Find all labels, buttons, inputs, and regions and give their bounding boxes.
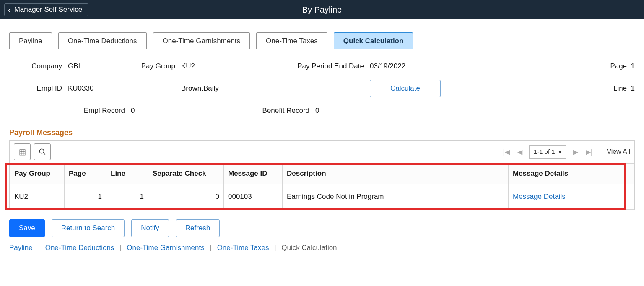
svg-point-0 bbox=[39, 149, 44, 153]
grid-icon: ▦ bbox=[19, 147, 26, 156]
grid-search-button[interactable] bbox=[34, 143, 51, 160]
page-range-select[interactable]: 1-1 of 1 ▾ bbox=[529, 145, 566, 159]
link-quickcalc-current: Quick Calculation bbox=[281, 244, 337, 252]
first-page-icon[interactable]: |◀ bbox=[502, 146, 511, 158]
bottom-link-trail: Payline | One-Time Deductions | One-Time… bbox=[9, 241, 635, 260]
employee-name-link[interactable]: Brown,Baily bbox=[181, 84, 219, 93]
cell-line: 1 bbox=[106, 184, 148, 210]
tab-strip: Payline One-Time Deductions One-Time Gar… bbox=[0, 19, 644, 49]
link-garnishments[interactable]: One-Time Garnishments bbox=[127, 244, 204, 252]
company-label: Company bbox=[9, 62, 68, 70]
payroll-messages-title: Payroll Messages bbox=[9, 128, 635, 137]
grid-toolbar: ▦ |◀ ◀ 1-1 of 1 ▾ ▶ ▶| | View All bbox=[10, 141, 634, 163]
save-button[interactable]: Save bbox=[9, 219, 45, 237]
col-paygroup[interactable]: Pay Group bbox=[10, 164, 65, 184]
top-header: ‹ Manager Self Service By Payline bbox=[0, 0, 644, 19]
benrec-label: Benefit Record bbox=[248, 107, 315, 115]
col-descr[interactable]: Description bbox=[283, 164, 509, 184]
cell-descr: Earnings Code Not in Program bbox=[283, 184, 509, 210]
tab-payline[interactable]: Payline bbox=[9, 32, 52, 49]
tab-taxes[interactable]: One-Time Taxes bbox=[256, 32, 327, 49]
message-details-link[interactable]: Message Details bbox=[513, 192, 566, 200]
link-taxes[interactable]: One-Time Taxes bbox=[217, 244, 269, 252]
footer-buttons: Save Return to Search Notify Refresh bbox=[9, 210, 635, 241]
benrec-value: 0 bbox=[315, 107, 319, 115]
refresh-button[interactable]: Refresh bbox=[176, 219, 220, 237]
col-details[interactable]: Message Details bbox=[509, 164, 634, 184]
notify-button[interactable]: Notify bbox=[131, 219, 169, 237]
line-indicator: Line 1 bbox=[613, 84, 635, 93]
col-line[interactable]: Line bbox=[106, 164, 148, 184]
table-row: KU2 1 1 0 000103 Earnings Code Not in Pr… bbox=[10, 184, 634, 210]
tab-deductions[interactable]: One-Time Deductions bbox=[58, 32, 147, 49]
company-value: GBI bbox=[68, 62, 131, 70]
emplrec-label: Empl Record bbox=[68, 107, 131, 115]
col-msgid[interactable]: Message ID bbox=[224, 164, 283, 184]
tab-garnishments[interactable]: One-Time Garnishments bbox=[153, 32, 250, 49]
next-page-icon[interactable]: ▶ bbox=[572, 146, 579, 158]
cell-sepchk: 0 bbox=[148, 184, 224, 210]
emplid-label: Empl ID bbox=[9, 84, 68, 93]
tab-quick-calculation[interactable]: Quick Calculation bbox=[334, 32, 413, 49]
search-icon bbox=[39, 148, 46, 156]
messages-table: Pay Group Page Line Separate Check Messa… bbox=[10, 163, 634, 210]
calculate-button[interactable]: Calculate bbox=[370, 80, 441, 97]
cell-paygroup: KU2 bbox=[10, 184, 65, 210]
emplid-value: KU0330 bbox=[68, 84, 131, 93]
payperiod-label: Pay Period End Date bbox=[278, 62, 370, 70]
cell-page: 1 bbox=[65, 184, 106, 210]
view-all-link[interactable]: View All bbox=[607, 148, 630, 156]
grid-settings-button[interactable]: ▦ bbox=[14, 143, 31, 160]
emplrec-value: 0 bbox=[131, 107, 181, 115]
chevron-left-icon: ‹ bbox=[8, 5, 11, 14]
link-payline[interactable]: Payline bbox=[9, 244, 33, 252]
cell-msgid: 000103 bbox=[224, 184, 283, 210]
toolbar-divider: | bbox=[599, 148, 601, 156]
col-sepchk[interactable]: Separate Check bbox=[148, 164, 224, 184]
payperiod-value: 03/19/2022 bbox=[370, 62, 437, 70]
back-button-label: Manager Self Service bbox=[14, 5, 83, 14]
prev-page-icon[interactable]: ◀ bbox=[517, 146, 523, 158]
content-area: Company GBI Pay Group KU2 Pay Period End… bbox=[0, 49, 644, 269]
payroll-messages-grid: ▦ |◀ ◀ 1-1 of 1 ▾ ▶ ▶| | View All Pay Gr… bbox=[9, 140, 635, 210]
paygroup-value: KU2 bbox=[181, 62, 278, 70]
link-deductions[interactable]: One-Time Deductions bbox=[45, 244, 114, 252]
table-header-row: Pay Group Page Line Separate Check Messa… bbox=[10, 164, 634, 184]
svg-line-1 bbox=[43, 153, 45, 155]
col-page[interactable]: Page bbox=[65, 164, 106, 184]
page-indicator: Page 1 bbox=[610, 62, 635, 70]
back-button[interactable]: ‹ Manager Self Service bbox=[4, 3, 88, 16]
last-page-icon[interactable]: ▶| bbox=[585, 146, 593, 158]
page-title: By Payline bbox=[302, 5, 342, 15]
paygroup-label: Pay Group bbox=[131, 62, 181, 70]
return-to-search-button[interactable]: Return to Search bbox=[52, 219, 125, 237]
